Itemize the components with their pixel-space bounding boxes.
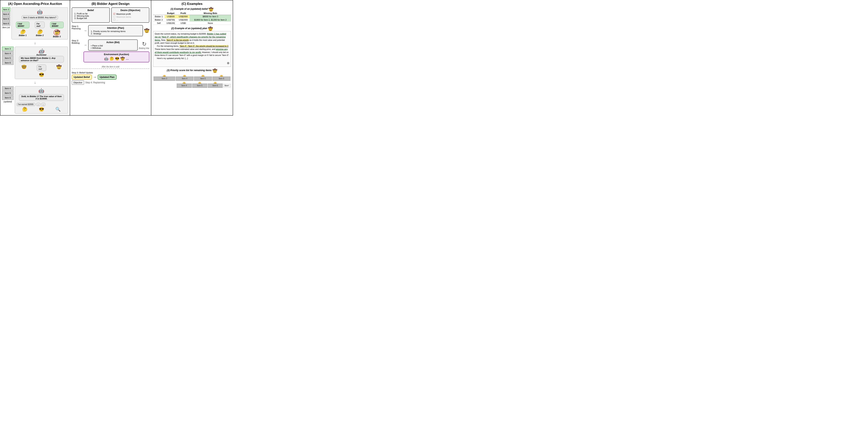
environment-box: Environment (Auction) 🤖 🤔 😎 🤠 ... <box>84 52 150 62</box>
self-budget: US$100( <box>164 22 177 25</box>
step3-row: Step 3: Belief Update Updated Belief → U… <box>72 71 150 85</box>
bidder1-profit: US$2000 <box>177 15 190 18</box>
self-profit: US$0 <box>177 22 190 25</box>
bar-item4-2: 2 Item 4 <box>177 84 192 88</box>
bars-row-1: 3 Item 3 1 Item 4 1 Item 5 2 <box>154 76 230 81</box>
example-3-section: (3) Priority score list for remaining it… <box>153 68 231 89</box>
next-arrow-container: Next↑ <box>223 84 230 87</box>
openai-logo: ⊕ <box>227 61 229 65</box>
bidder1-emoji-3: 🤔 <box>22 107 27 112</box>
priority-row-2: 2 Item 4 2 Item 5 3 Item 6 Next <box>154 84 230 88</box>
plan-text-box: Given the current status, my remaining b… <box>153 31 231 67</box>
auctioneer-speech-3: Sold, to Bidder 1! The true value of Ite… <box>19 94 64 101</box>
bidder2-profit: US$2000 <box>177 18 190 22</box>
bidder2-speech-2: I'm out! <box>37 64 46 71</box>
bidder1-earned: I've earned $2000. <box>17 103 35 106</box>
bidder2-bids: $1800 for Item 1, $1200 for Item 2 <box>190 18 231 22</box>
cowboy-emoji-c2: 🤠 <box>208 26 213 31</box>
self-bids: None <box>190 22 231 25</box>
desire-item-3: ☐ ... <box>113 18 147 21</box>
plan-text-normal-6: Here's my updated priority list: {...} <box>155 57 188 59</box>
desire-label-3: ... <box>116 19 118 21</box>
bidder2-dots: ... <box>36 103 40 106</box>
col-header-profit: Profit <box>177 12 190 15</box>
bar-item4-2-rect: Item 4 <box>177 84 192 88</box>
panel-a-title: (A) Open Ascending-Price Auction <box>2 2 68 6</box>
item-5-box: Item 5 <box>2 17 10 21</box>
env-dots: ... <box>126 57 129 61</box>
belief-box: Belief 1. Profit so far 2. Winning bids … <box>72 7 110 23</box>
step4-label: Step 4: Replanning <box>85 81 105 84</box>
bidder2-emoji-2: 😎 <box>39 72 44 77</box>
bar-item5-2-rect: Item 5 <box>192 84 207 88</box>
auctioneer-speech-1: Item 3 starts at $5000. Any takers? <box>22 16 58 20</box>
scene-box-2: 🤖 Auctioneer We have $8000 from Bidder 1… <box>15 47 68 79</box>
item-6-box-2: Item 6 <box>2 61 13 65</box>
bidder3-emoji: 🤠 <box>54 29 60 35</box>
env-bidder3: 🤠 <box>120 57 125 61</box>
auction-scene-1: Item 3 Item 4 Item 5 Item 6 Item List 🤖 … <box>2 7 68 39</box>
bidder3-emoji-3: 🔍 <box>55 107 61 112</box>
table-row-bidder1: Bidder 1 US$500 US$2000 $8000 for Item 3 <box>153 15 231 18</box>
bidder2-emoji: 🤔 <box>37 29 42 34</box>
bar-item4: 1 Item 4 <box>176 76 194 81</box>
desire-item-2: ☐ Maximize items <box>113 16 147 18</box>
auction-scene-2: Item 3 Item 4 Item 5 Item 6 🤖 Auctioneer… <box>2 47 68 79</box>
auction-scene-3: Item 4 Item 5 Item 6 (updated) 🤖 Sold, t… <box>2 86 68 114</box>
bar-item3: 3 Item 3 <box>154 76 175 81</box>
example1-title: (1) Example of an (updated) belief <box>170 7 208 10</box>
panel-b-title: (B) Bidder Agent Design <box>72 2 150 6</box>
updated-plan-box: Updated Plan <box>98 74 117 80</box>
step2-label: Step 2: Bidding <box>72 39 82 44</box>
example-2-section: (2) Example of an (updated) plan 🤠 Given… <box>153 26 231 67</box>
env-robot: 🤖 <box>104 57 108 61</box>
auction-scene: Item 3 Item 4 Item 5 Item 6 Item List 🤖 … <box>2 7 68 114</box>
auctioneer-label: Auctioneer <box>36 54 46 56</box>
desire-box: Desire (Objective) ☑ Maximize profit ☐ M… <box>111 7 149 23</box>
bidder2-label: Bidder 2 <box>36 34 44 36</box>
item-5-box-2: Item 5 <box>2 56 13 60</box>
bidder1-col: I bid $8000! 🤔 Bidder 1 <box>15 22 30 38</box>
arrow-step3: → <box>93 75 96 79</box>
plan-text-normal-2: Now, <box>161 39 166 41</box>
intention-item-1: 1. Priority scores for remaining items <box>91 30 141 32</box>
bidders-row-3: 🤔 😎 🔍 <box>17 107 66 112</box>
bidder1-emoji: 🤔 <box>20 29 25 34</box>
bidder2-speech: I'm out! <box>35 22 45 28</box>
bar-item6: 2 Item 6 <box>213 76 230 81</box>
item-3-box-2: Item 3 <box>2 47 13 51</box>
step2-panel: Step 2: Bidding → Action (Bid) • Place a… <box>72 39 150 63</box>
plan-text-yellow-1: "Item 6" is the top priority <box>166 39 189 41</box>
arrow-step1: → <box>84 29 87 33</box>
bidder1-bids: $8000 for Item 3 <box>190 15 231 18</box>
updated-label: (updated) <box>2 101 13 103</box>
arrow-down-2: ↓ <box>2 81 68 85</box>
belief-desire-row: Belief 1. Profit so far 2. Winning bids … <box>72 7 150 23</box>
item-5-box-3: Item 5 <box>2 91 13 95</box>
bidder2-budget: US$700( <box>164 18 177 22</box>
belief-item-1: 1. Profit so far <box>74 12 108 15</box>
scene-box-3: 🤖 Sold, to Bidder 1! The true value of I… <box>15 86 68 114</box>
bdi-container: Belief 1. Profit so far 2. Winning bids … <box>72 7 150 86</box>
example2-title: (2) Example of an (updated) plan <box>171 27 207 30</box>
next-label: Next↑ <box>223 84 230 87</box>
env-bidder2: 😎 <box>115 57 119 61</box>
table-row-self: Self US$100( US$0 None <box>153 22 231 25</box>
item-list-label: Item List <box>2 26 10 29</box>
environment-title: Environment (Auction) <box>86 53 148 56</box>
belief-item-3: 3. Budget left <box>74 17 108 20</box>
cowboy-emoji-c3: 🤠 <box>213 68 217 73</box>
example3-title: (3) Priority score list for remaining it… <box>167 69 212 72</box>
bidder3-speech: I bid $5500! <box>50 22 64 28</box>
bidder2-name: Bidder 2 <box>153 18 164 22</box>
cowboy-emoji-c1: 🤠 <box>209 7 213 12</box>
item-4-box: Item 4 <box>2 12 10 16</box>
desire-title: Desire (Objective) <box>113 9 147 12</box>
bidder2-col: I'm out! 🤔 Bidder 2 <box>34 22 45 38</box>
env-bidder1: 🤔 <box>110 57 114 61</box>
bar-item6-2-rect: Item 6 <box>208 84 223 88</box>
bidder1-label: Bidder 1 <box>19 34 27 36</box>
item-6-box-3: Item 6 <box>2 96 13 100</box>
col-header-budget: Budget <box>164 12 177 15</box>
auctioneer-speech-2: We have $8000 from Bidder 1. Any advance… <box>19 56 64 63</box>
